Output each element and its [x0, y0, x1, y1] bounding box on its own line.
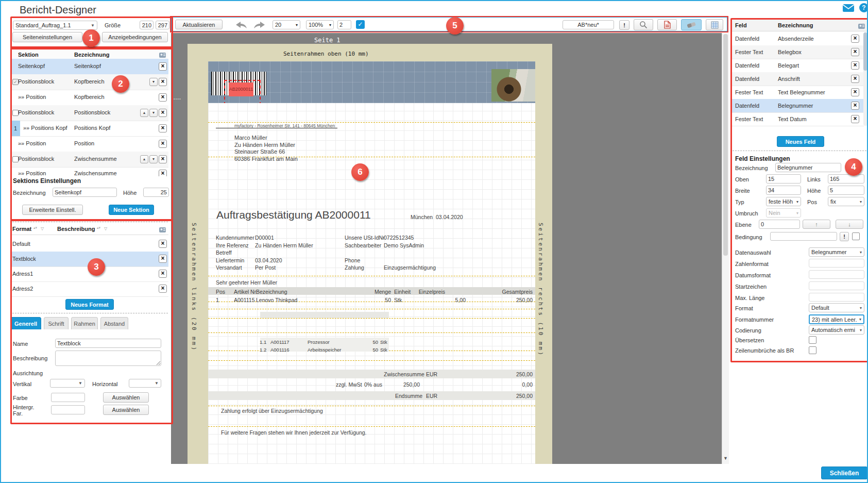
section-row-positions-kopf[interactable]: 1 »» Positions Kopf Positions Kopf × [11, 121, 168, 137]
closing-note[interactable]: Für weitere Fragen stehen wir Ihnen jede… [221, 429, 367, 436]
codierung-select[interactable]: Automatisch ermi▾ [809, 325, 864, 335]
item-cell[interactable]: 50 [355, 297, 391, 303]
redo-icon[interactable] [253, 21, 265, 31]
field-row-belegnummer[interactable]: Datenfeld Belegnummer × [732, 99, 864, 113]
subitem-cell[interactable]: A001117 [270, 339, 290, 345]
report-template-select[interactable]: Standard_Auftrag_1.1▼ [13, 21, 97, 30]
new-format-button[interactable]: Neues Format [65, 299, 114, 310]
sort-icon[interactable]: ▴▾ [97, 226, 100, 230]
mail-icon[interactable] [842, 4, 855, 14]
delete-field-button[interactable]: × [851, 115, 859, 123]
delete-field-button[interactable]: × [851, 61, 859, 70]
delete-field-button[interactable]: × [851, 88, 859, 96]
field-row-belegart[interactable]: Datenfeld Belegart × [732, 59, 864, 73]
info-label[interactable]: Zahlung [345, 264, 364, 271]
section-row-kopfbereich[interactable]: ✓ Positionsblock Kopfbereich ▾ × [11, 74, 168, 90]
delete-format-button[interactable]: × [159, 270, 167, 278]
vat-value[interactable]: 0,00 [497, 381, 533, 388]
delete-section-button[interactable]: × [159, 124, 167, 132]
info-label[interactable]: Ihre Referenz [216, 242, 249, 248]
bg-color-input[interactable] [51, 405, 85, 414]
zahlenformat-input[interactable] [809, 259, 864, 268]
links-input[interactable] [828, 174, 864, 184]
info-label[interactable]: Phone [345, 257, 360, 263]
delete-field-button[interactable]: × [851, 75, 859, 83]
delete-section-button[interactable]: × [159, 140, 167, 148]
field-row-text-datum[interactable]: Fester Text Text Datum × [732, 112, 864, 126]
zeilenumbrueche-checkbox[interactable] [809, 346, 816, 354]
refresh-button[interactable]: Aktualisieren [175, 20, 223, 29]
delete-section-button[interactable]: × [159, 109, 167, 117]
horizontal-align-select[interactable]: ▼ [129, 379, 161, 388]
address-line[interactable]: Zu Händen Herrn Müller [234, 142, 295, 148]
move-up-button[interactable]: ▴ [140, 109, 148, 117]
field-row-anschrift[interactable]: Datenfeld Anschrift × [732, 72, 864, 86]
bg-color-pick-button[interactable]: Auswählen [103, 405, 149, 415]
new-field-button[interactable]: Neues Feld [777, 136, 824, 147]
vat-base[interactable]: 250,00 [389, 381, 420, 388]
display-conditions-button[interactable]: Anzeigebedingungen [102, 32, 168, 42]
format-name-input[interactable] [55, 339, 161, 348]
page-settings-button[interactable]: Seiteneinstellungen [12, 32, 82, 42]
tab-schrift[interactable]: Schrift [44, 317, 69, 329]
vertical-align-select[interactable]: ▼ [50, 379, 85, 388]
breite-input[interactable] [766, 186, 801, 195]
salutation[interactable]: Sehr geehrter Herr Müller [216, 279, 277, 286]
doc-number-input[interactable] [563, 20, 614, 29]
tab-generell[interactable]: Generell [10, 317, 41, 329]
filter-icon[interactable]: ▽ [41, 226, 44, 231]
field-bez-input[interactable] [775, 163, 841, 172]
bedingung-input[interactable] [770, 232, 837, 241]
tab-abstand[interactable]: Abstand [100, 317, 128, 329]
move-down-button[interactable]: ▾ [149, 155, 158, 163]
delete-section-button[interactable]: × [159, 78, 167, 86]
info-label[interactable]: Unsere USt-IdNr [345, 235, 385, 241]
layer-down-button[interactable]: ↓ [836, 220, 863, 229]
page-height-input[interactable] [156, 21, 169, 29]
item-cell[interactable]: Lenovo Thinkpad [256, 297, 297, 303]
oben-input[interactable] [766, 174, 801, 184]
item-cell[interactable]: Stk [394, 297, 402, 303]
field-row-belegbox[interactable]: Fester Text Belegbox × [732, 45, 864, 59]
scrollbar-thumb[interactable] [723, 34, 728, 256]
datenauswahl-select[interactable]: Belegnummer▾ [809, 247, 864, 257]
format-description-input[interactable] [55, 351, 161, 366]
delete-format-button[interactable]: × [159, 285, 167, 293]
move-up-button[interactable]: ▴ [140, 155, 148, 163]
address-line[interactable]: Marco Müller [234, 135, 267, 141]
info-label[interactable]: Liefertermin [216, 257, 244, 263]
filter-icon[interactable]: ▽ [104, 226, 107, 231]
document-title[interactable]: Auftragsbestätigung AB2000011 [216, 209, 371, 221]
section-row-zwischensumme[interactable]: Positionsblock Zwischensumme ▴ ▾ × [11, 152, 168, 168]
address-line[interactable]: Steinauer Straße 66 [234, 148, 285, 155]
item-cell[interactable]: 250,00 [497, 297, 533, 303]
subitem-cell[interactable]: 50 [358, 339, 378, 345]
scroll-down-icon[interactable]: ▼ [723, 456, 728, 461]
info-label[interactable]: Versandart [216, 264, 242, 271]
place-date[interactable]: München 03.04.2020 [411, 214, 463, 220]
info-label[interactable]: Kundennummer [216, 235, 254, 241]
preview-enabled-checkbox[interactable]: ✓ [356, 20, 365, 29]
address-line[interactable]: 60386 Frankfurt am Main [234, 156, 298, 162]
splitter-handle[interactable]: ..... [172, 95, 181, 101]
section-name-input[interactable] [53, 188, 117, 197]
info-value[interactable]: Per Post [255, 264, 276, 271]
sort-icon[interactable]: ▴▾ [33, 226, 37, 230]
grid-size-select[interactable]: 20▾ [273, 20, 300, 29]
info-value[interactable]: Zu Händen Herrn Müller [255, 242, 313, 248]
delete-field-button[interactable]: × [851, 35, 859, 43]
item-cell[interactable]: 1 [216, 297, 219, 303]
preview-scrollbar[interactable]: ▼ [722, 33, 729, 464]
bedingung-warn-button[interactable]: ! [840, 232, 849, 241]
subitem-cell[interactable]: Stk [380, 339, 387, 345]
item-cell[interactable]: 5,00 [435, 297, 466, 303]
info-value[interactable]: 03.04.2020 [255, 257, 282, 263]
copies-input[interactable] [337, 20, 351, 29]
startzeichen-input[interactable] [809, 281, 864, 290]
formatnummer-select[interactable]: 23) mit allen Leer.▾ [809, 314, 864, 324]
subitem-cell[interactable]: 50 [358, 347, 378, 353]
info-label[interactable]: Sachbearbeiter [345, 242, 381, 248]
delete-section-button[interactable]: × [159, 93, 167, 102]
scrollbar-thumb[interactable] [863, 32, 867, 71]
new-section-button[interactable]: Neue Sektion [109, 205, 154, 215]
